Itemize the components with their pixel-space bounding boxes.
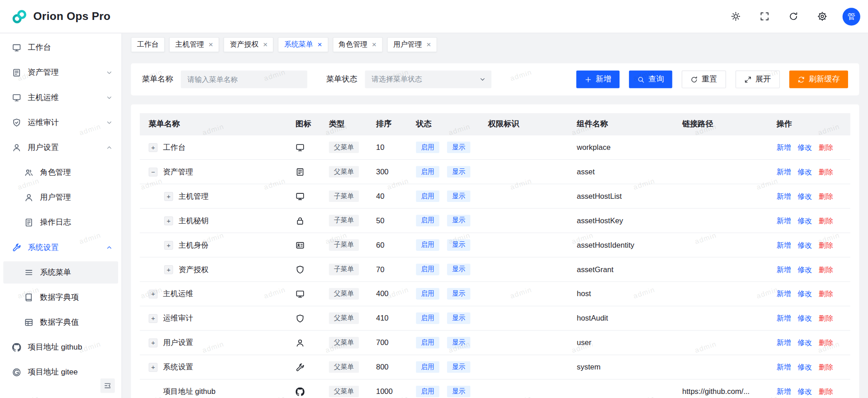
tab-role-management[interactable]: 角色管理× <box>333 37 383 52</box>
row-edit-link[interactable]: 修改 <box>797 191 812 201</box>
menu-name-cell: +主机管理 <box>140 191 287 201</box>
menu-name-input[interactable] <box>181 71 307 88</box>
close-icon[interactable]: × <box>318 40 322 48</box>
column-header: 图标 <box>287 120 320 129</box>
row-delete-link[interactable]: 删除 <box>819 362 833 372</box>
shield-icon <box>296 314 305 323</box>
row-add-link[interactable]: 新增 <box>777 216 791 225</box>
row-edit-link[interactable]: 修改 <box>797 338 812 348</box>
sidebar-item-user-management[interactable]: 用户管理 <box>3 187 118 209</box>
sidebar-item-data-dict-item[interactable]: 数据字典项 <box>3 286 118 308</box>
row-delete-link[interactable]: 删除 <box>819 191 833 201</box>
expand-row-icon[interactable]: + <box>148 289 157 298</box>
tab-host-management[interactable]: 主机管理× <box>169 37 219 52</box>
monitor-icon <box>296 289 305 298</box>
lock-icon <box>296 216 305 225</box>
row-add-link[interactable]: 新增 <box>777 289 791 299</box>
row-delete-link[interactable]: 删除 <box>819 216 833 225</box>
row-delete-link[interactable]: 删除 <box>819 167 833 177</box>
row-add-link[interactable]: 新增 <box>777 240 791 250</box>
row-delete-link[interactable]: 删除 <box>819 289 833 299</box>
menu-name-text: 系统设置 <box>163 362 193 372</box>
row-edit-link[interactable]: 修改 <box>797 240 812 250</box>
row-add-link[interactable]: 新增 <box>777 338 791 348</box>
collapse-row-icon[interactable]: − <box>148 168 157 177</box>
row-actions: 新增修改删除 <box>768 167 850 177</box>
row-add-link[interactable]: 新增 <box>777 362 791 372</box>
sidebar-item-role-management[interactable]: 角色管理 <box>3 162 118 184</box>
row-edit-link[interactable]: 修改 <box>797 313 812 323</box>
expand-row-icon[interactable]: + <box>164 240 173 249</box>
sidebar-collapse-icon[interactable] <box>100 379 115 393</box>
add-button[interactable]: 新增 <box>576 71 620 88</box>
theme-sun-icon[interactable] <box>727 8 744 25</box>
row-delete-link[interactable]: 删除 <box>819 313 833 323</box>
tab-label: 工作台 <box>137 39 159 49</box>
row-edit-link[interactable]: 修改 <box>797 142 812 152</box>
component-cell: assetHostList <box>568 192 673 200</box>
expand-row-icon[interactable]: + <box>164 192 173 201</box>
fullscreen-icon[interactable] <box>756 8 773 25</box>
row-add-link[interactable]: 新增 <box>777 191 791 201</box>
status-badge: 启用 <box>416 239 439 251</box>
refresh-icon[interactable] <box>785 8 801 25</box>
expand-row-icon[interactable]: + <box>164 216 173 225</box>
row-add-link[interactable]: 新增 <box>777 264 791 274</box>
tab-workbench[interactable]: 工作台 <box>131 37 165 52</box>
sidebar-item-asset-management[interactable]: 资产管理 <box>3 62 118 84</box>
close-icon[interactable]: × <box>263 40 267 48</box>
menu-status-label: 菜单状态 <box>326 74 358 84</box>
row-delete-link[interactable]: 删除 <box>819 387 833 397</box>
row-delete-link[interactable]: 删除 <box>819 264 833 274</box>
row-add-link[interactable]: 新增 <box>777 142 791 152</box>
status-badge: 启用 <box>416 190 439 202</box>
sidebar-item-system-menu[interactable]: 系统菜单 <box>3 261 118 283</box>
close-icon[interactable]: × <box>372 40 377 48</box>
query-button[interactable]: 查询 <box>629 71 672 88</box>
menu-status-select[interactable]: 请选择菜单状态 <box>365 71 491 88</box>
row-edit-link[interactable]: 修改 <box>797 362 812 372</box>
expand-button[interactable]: 展开 <box>735 71 780 88</box>
sidebar-item-data-dict-value[interactable]: 数据字典值 <box>3 312 118 334</box>
close-icon[interactable]: × <box>209 40 213 48</box>
row-actions: 新增修改删除 <box>768 362 850 372</box>
sidebar-item-host-ops[interactable]: 主机运维 <box>3 86 118 109</box>
row-delete-link[interactable]: 删除 <box>819 142 833 152</box>
expand-row-icon[interactable]: + <box>148 338 157 347</box>
sidebar-item-operation-log[interactable]: 操作日志 <box>3 211 118 234</box>
sidebar-item-user-settings[interactable]: 用户设置 <box>3 136 118 158</box>
row-add-link[interactable]: 新增 <box>777 313 791 323</box>
sidebar-item-project-github[interactable]: 项目地址 github <box>3 336 118 359</box>
row-delete-link[interactable]: 删除 <box>819 338 833 348</box>
row-edit-link[interactable]: 修改 <box>797 289 812 299</box>
reset-button[interactable]: 重置 <box>682 71 726 88</box>
user-avatar[interactable]: 管 <box>843 8 860 25</box>
row-edit-link[interactable]: 修改 <box>797 264 812 274</box>
menu-name-label: 菜单名称 <box>142 74 173 84</box>
tab-user-management[interactable]: 用户管理× <box>387 37 437 52</box>
search-icon <box>637 76 644 83</box>
expand-row-icon[interactable]: + <box>148 143 157 152</box>
table-row: +系统设置父菜单800启用显示system新增修改删除 <box>140 355 850 379</box>
row-edit-link[interactable]: 修改 <box>797 387 812 397</box>
sidebar-item-workbench[interactable]: 工作台 <box>3 37 118 59</box>
sidebar-item-system-settings[interactable]: 系统设置 <box>3 236 118 259</box>
row-edit-link[interactable]: 修改 <box>797 216 812 225</box>
table-row: +主机管理子菜单40启用显示assetHostList新增修改删除 <box>140 184 850 209</box>
monitor-icon <box>12 93 21 102</box>
tab-asset-grant[interactable]: 资产授权× <box>224 37 274 52</box>
row-actions: 新增修改删除 <box>768 191 850 201</box>
row-edit-link[interactable]: 修改 <box>797 167 812 177</box>
tab-system-menu[interactable]: 系统菜单× <box>278 37 328 52</box>
settings-gear-icon[interactable] <box>814 8 830 25</box>
row-add-link[interactable]: 新增 <box>777 167 791 177</box>
refresh-cache-button[interactable]: 刷新缓存 <box>789 71 848 88</box>
close-icon[interactable]: × <box>426 40 431 48</box>
row-add-link[interactable]: 新增 <box>777 387 791 397</box>
row-delete-link[interactable]: 删除 <box>819 240 833 250</box>
expand-row-icon[interactable]: + <box>148 363 157 372</box>
sidebar-item-ops-audit[interactable]: 运维审计 <box>3 111 118 134</box>
row-actions: 新增修改删除 <box>768 289 850 299</box>
expand-row-icon[interactable]: + <box>148 314 157 323</box>
expand-row-icon[interactable]: + <box>164 265 173 274</box>
